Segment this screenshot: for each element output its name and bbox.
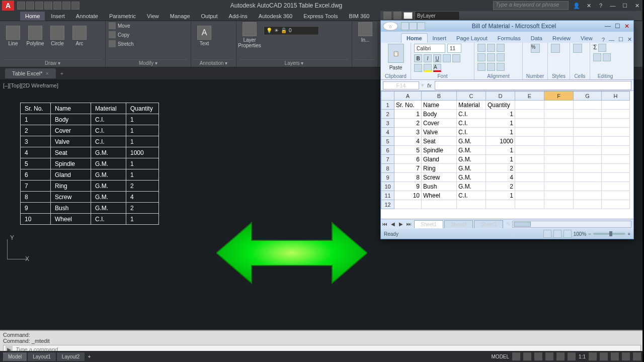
acad-table-cell[interactable]: 7 <box>21 180 51 192</box>
acad-table-cell[interactable]: 1 <box>126 125 159 136</box>
excel-cell[interactable]: Screw <box>422 173 457 182</box>
bold-icon[interactable]: B <box>414 54 422 62</box>
excel-row-header[interactable]: 3 <box>381 119 394 128</box>
excel-tab-page-layout[interactable]: Page Layout <box>451 34 493 43</box>
excel-row-header[interactable]: 8 <box>381 164 394 173</box>
acad-table-cell[interactable]: Wheel <box>51 214 91 225</box>
layer-tool-icon[interactable] <box>284 37 292 45</box>
gear-icon[interactable] <box>589 352 597 360</box>
acad-table-cell[interactable]: 8 <box>21 192 51 203</box>
excel-cell[interactable]: C.I. <box>457 191 486 200</box>
excel-cell[interactable] <box>602 164 630 173</box>
underline-icon[interactable]: U <box>433 54 441 62</box>
excel-cell[interactable]: 1 <box>486 191 515 200</box>
excel-cell[interactable]: G.M. <box>457 155 486 164</box>
qat-plot-icon[interactable] <box>53 2 61 10</box>
dimension-icon[interactable] <box>216 22 224 30</box>
layer-tool-icon[interactable] <box>294 37 302 45</box>
excel-cell[interactable] <box>602 155 630 164</box>
document-tab[interactable]: Table Excel* × <box>5 68 56 78</box>
excel-cell[interactable] <box>515 119 544 128</box>
ribbon-tab-manage[interactable]: Manage <box>165 12 195 21</box>
osnap-icon[interactable] <box>556 352 565 360</box>
qat-redo-icon[interactable] <box>71 2 79 10</box>
excel-row-header[interactable]: 4 <box>381 128 394 137</box>
excel-cell[interactable] <box>602 173 630 182</box>
acad-table-cell[interactable]: Cover <box>51 125 91 136</box>
excel-cell[interactable]: Quantity <box>486 101 515 110</box>
excel-cell[interactable]: 4 <box>486 173 515 182</box>
layout-tab-layout1[interactable]: Layout1 <box>28 352 56 361</box>
excel-cell[interactable] <box>544 146 574 155</box>
excel-row-header[interactable]: 6 <box>381 146 394 155</box>
excel-cell[interactable]: G.M. <box>457 173 486 182</box>
border-icon[interactable] <box>414 64 422 72</box>
excel-cell[interactable] <box>544 137 574 146</box>
font-color-icon[interactable]: A <box>433 64 441 72</box>
draw-misc-icon[interactable] <box>92 22 100 30</box>
excel-tab-home[interactable]: Home <box>401 33 428 43</box>
ribbon-tab-bim-360[interactable]: BIM 360 <box>344 12 374 21</box>
excel-cell[interactable] <box>574 164 602 173</box>
stretch-button[interactable]: Stretch <box>109 40 188 47</box>
excel-cell[interactable] <box>486 200 515 209</box>
excel-cell[interactable] <box>515 146 544 155</box>
model-space-label[interactable]: MODEL <box>492 354 510 359</box>
panel-title-draw[interactable]: Draw ▾ <box>3 59 102 66</box>
excel-cell[interactable] <box>544 128 574 137</box>
move-button[interactable]: Move <box>109 22 188 29</box>
excel-doc-close-icon[interactable]: ✕ <box>626 36 633 43</box>
excel-cell[interactable]: Body <box>422 110 457 119</box>
number-format-icon[interactable]: % <box>531 44 540 53</box>
ribbon-tab-express-tools[interactable]: Express Tools <box>298 12 343 21</box>
office-button-icon[interactable]: ⌂ <box>383 22 398 31</box>
acad-table-cell[interactable]: 2 <box>21 125 51 136</box>
formula-input[interactable] <box>435 81 631 90</box>
excel-cell[interactable]: G.M. <box>457 182 486 191</box>
excel-cell[interactable] <box>515 164 544 173</box>
excel-window[interactable]: ⌂ Bill of Material - Microsoft Excel — ☐… <box>380 20 634 239</box>
excel-cell[interactable] <box>515 101 544 110</box>
insert-sheet-icon[interactable]: ✎ <box>506 221 510 227</box>
excel-cell[interactable]: Wheel <box>422 191 457 200</box>
excel-cell[interactable]: Name <box>422 101 457 110</box>
sheet-tab[interactable]: Sheet3 <box>474 220 503 228</box>
acad-table-cell[interactable]: Seat <box>51 147 91 158</box>
excel-cell[interactable]: Spindle <box>422 146 457 155</box>
excel-cell[interactable]: 3 <box>394 128 422 137</box>
acad-table-cell[interactable]: C.I. <box>91 114 126 125</box>
excel-row-header[interactable]: 7 <box>381 155 394 164</box>
add-tab-button[interactable]: + <box>57 68 67 78</box>
acad-table-cell[interactable]: Bush <box>51 203 91 214</box>
ribbon-tab-home[interactable]: Home <box>20 12 45 21</box>
excel-cell[interactable]: 1 <box>394 110 422 119</box>
acad-table-cell[interactable]: 1 <box>126 158 159 169</box>
align-middle-icon[interactable] <box>487 44 495 52</box>
color-swatch-icon[interactable] <box>404 12 413 19</box>
excel-col-header[interactable]: B <box>422 92 457 101</box>
view-normal-icon[interactable] <box>543 230 551 238</box>
hardware-accel-icon[interactable] <box>622 352 630 360</box>
excel-cell[interactable]: 9 <box>394 182 422 191</box>
excel-cell[interactable]: 2 <box>486 164 515 173</box>
excel-col-header[interactable]: D <box>486 92 515 101</box>
acad-table-cell[interactable]: G.M. <box>91 192 126 203</box>
excel-cell[interactable] <box>574 110 602 119</box>
qat-open-icon[interactable] <box>26 2 34 10</box>
draw-misc-icon[interactable] <box>92 32 100 40</box>
zoom-in-icon[interactable]: + <box>627 231 630 237</box>
acad-table-cell[interactable]: Valve <box>51 136 91 147</box>
excel-cell[interactable] <box>602 110 630 119</box>
acad-table-cell[interactable]: Gland <box>51 169 91 180</box>
signin-icon[interactable]: 👤 <box>572 2 582 10</box>
excel-cell[interactable] <box>515 137 544 146</box>
indent-dec-icon[interactable] <box>477 63 486 71</box>
acad-table-cell[interactable]: 6 <box>21 169 51 180</box>
snap-icon[interactable] <box>523 352 531 360</box>
acad-table-cell[interactable]: 1 <box>126 114 159 125</box>
zoom-out-icon[interactable]: − <box>588 231 591 237</box>
acad-table-cell[interactable]: G.M. <box>91 147 126 158</box>
excel-cell[interactable] <box>544 155 574 164</box>
qat-saveas-icon[interactable] <box>44 2 52 10</box>
excel-grid[interactable]: ABCDEFGH1Sr. No.NameMaterialQuantity21Bo… <box>381 91 633 219</box>
